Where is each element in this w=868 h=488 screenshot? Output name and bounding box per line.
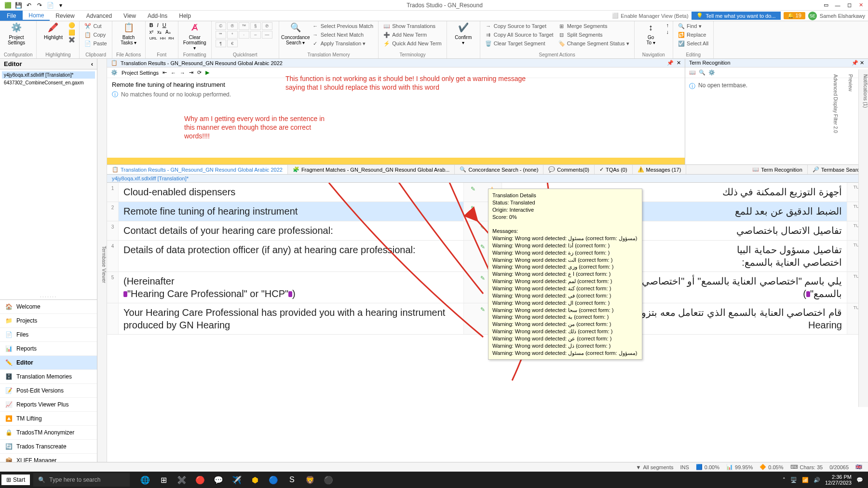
segment-row[interactable]: 5 (Hereinafter "Hearing Care Professiona… [107, 272, 868, 303]
document-tab[interactable]: y4jy8oqa.xlf.sdlxliff [Translation]* [107, 175, 868, 183]
subscript-button[interactable]: x₂ [157, 29, 162, 35]
nav-up-icon[interactable]: ↑ [666, 22, 669, 28]
start-button[interactable]: ⊞ Start [1, 474, 30, 485]
batch-tasks-button[interactable]: 📋Batch Tasks ▾ [116, 22, 141, 45]
clear-target-button[interactable]: 🗑️Clear Target Segment [484, 40, 555, 47]
close-icon[interactable]: ✕ [855, 1, 866, 10]
notif-badge[interactable]: 🔔 19 [784, 12, 805, 19]
qi-euro[interactable]: € [227, 40, 238, 47]
merge-segments-button[interactable]: ⊞Merge Segments [557, 22, 630, 30]
segment-source[interactable]: Your Hearing Care Professional has provi… [119, 303, 463, 334]
hh-button[interactable]: HH [160, 36, 166, 41]
pin-icon[interactable]: 📌 [852, 60, 858, 66]
italic-button[interactable]: I [157, 22, 159, 28]
file-item[interactable]: y4jy8oqa.xlf.sdlxliff [Translation]* [2, 71, 95, 79]
term-icon-3[interactable]: ⚙️ [708, 69, 715, 76]
nav-prev-icon[interactable]: ← [171, 70, 176, 76]
copy-button[interactable]: 📋Copy [83, 31, 108, 39]
doc-icon[interactable]: 📄 [46, 1, 54, 9]
minimize-icon[interactable]: — [832, 1, 843, 10]
split-segments-button[interactable]: ⊟Split Segments [557, 31, 630, 39]
concordance-button[interactable]: 🔍Concordance Search ▾ [283, 22, 308, 45]
play-icon[interactable]: ▶ [205, 69, 209, 76]
segment-source[interactable]: Details of data protection officer (if a… [119, 241, 463, 271]
tellme-search[interactable]: 💡Tell me what you want to do... [692, 12, 781, 20]
taskbar-search[interactable]: 🔍 Type here to search [33, 473, 130, 487]
underline-button[interactable]: U [163, 22, 166, 28]
app-icon-1[interactable]: 🌐 [139, 474, 151, 486]
enable-manager-toggle[interactable]: ⬜Enable Manager View (Beta) [612, 13, 688, 19]
project-settings-link[interactable]: Project Settings [122, 70, 159, 76]
apply-translation-button[interactable]: ✓Apply Translation ▾ [311, 40, 374, 47]
change-status-button[interactable]: 🏷️Change Segment Status ▾ [557, 40, 630, 47]
select-all-button[interactable]: ☑️Select All [677, 40, 709, 47]
smallcaps-button[interactable]: Aₐ [165, 29, 171, 35]
notifications-icon[interactable]: 💬 [856, 477, 863, 483]
clear-formatting-button[interactable]: A̸Clear Formatting ▾ [182, 22, 207, 51]
goto-button[interactable]: ↕Go To ▾ [638, 22, 664, 45]
segment-row[interactable]: 2 Remote fine tuning of hearing instrume… [107, 202, 868, 221]
preview-tab[interactable]: Preview [848, 74, 853, 407]
filter-tab[interactable]: Advanced Display Filter 2.0 [833, 74, 838, 407]
nav-item-welcome[interactable]: 🏠Welcome [0, 300, 97, 314]
app-icon-6[interactable]: S [286, 474, 298, 486]
tab-addins[interactable]: Add-Ins [142, 11, 173, 21]
show-translations-button[interactable]: 📖Show Translations [382, 22, 443, 30]
close-panel-icon[interactable]: ✕ [677, 60, 681, 66]
app-icon-3[interactable]: 💬 [213, 474, 224, 486]
qi-section[interactable]: § [250, 22, 261, 30]
highlight-clear-icon[interactable]: ✖️ [68, 37, 75, 43]
confirm-button[interactable]: ✔️Confirm ▾ [451, 22, 476, 45]
segment-source[interactable]: Remote fine tuning of hearing instrument [119, 202, 463, 221]
qi-tm[interactable]: ™ [239, 22, 249, 30]
nav-item-files[interactable]: 📄Files [0, 328, 97, 342]
copy-all-src-button[interactable]: ⇉Copy All Source to Target [484, 31, 555, 39]
segment-grid[interactable]: Translation DetailsStatus: TranslatedOri… [107, 183, 868, 468]
nav-first-icon[interactable]: ⇤ [163, 69, 167, 76]
segment-source[interactable]: Cloud-enabled dispensers [119, 183, 463, 202]
next-match-button[interactable]: →Select Next Match [311, 31, 374, 39]
term-icon-1[interactable]: 📖 [689, 69, 696, 76]
nav-item-translation-memories[interactable]: 🗄️Translation Memories [0, 370, 97, 384]
nav-last-icon[interactable]: ⇥ [189, 69, 193, 76]
segment-source[interactable]: (Hereinafter "Hearing Care Professional"… [119, 272, 463, 303]
pin-icon[interactable]: 📌 [667, 60, 674, 66]
rh-button[interactable]: RH [168, 36, 174, 41]
cut-button[interactable]: ✂️Cut [83, 22, 108, 30]
nav-item-tm-lifting[interactable]: 🔼TM Lifting [0, 412, 97, 426]
app-icon-7[interactable]: 🦁 [304, 474, 316, 486]
maximize-icon[interactable]: ◻ [844, 1, 854, 10]
results-tab[interactable]: ✓TQAs (0) [595, 165, 633, 174]
nav-item-tradostm-anonymizer[interactable]: 🔒TradosTM Anonymizer [0, 426, 97, 440]
close-panel-icon[interactable]: ✕ [860, 60, 864, 66]
segment-row[interactable]: 4 Details of data protection officer (if… [107, 241, 868, 272]
tab-file[interactable]: File [0, 11, 23, 21]
file-item[interactable]: 6437302_CombineConsent_en.gaxm [2, 79, 95, 86]
qi-dot[interactable]: · [239, 31, 249, 39]
highlight-alt-icon[interactable]: 🟨 [68, 29, 75, 36]
lang-flag[interactable]: 🇬🇧 [855, 464, 862, 470]
refresh-icon[interactable]: ⟳ [197, 69, 202, 76]
results-tab[interactable]: ⚠️Messages (17) [633, 165, 687, 174]
highlight-button[interactable]: 🖍️Highlight [41, 22, 66, 40]
nav-down-icon[interactable]: ↓ [666, 29, 669, 35]
nav-item-projects[interactable]: 📁Projects [0, 314, 97, 328]
paste-button[interactable]: 📄Paste [83, 40, 108, 47]
find-button[interactable]: 🔍Find ▾ [677, 22, 709, 30]
tab-help[interactable]: Help [173, 11, 197, 21]
notifications-tab[interactable]: Notifications (1) [863, 74, 868, 407]
qi-reg[interactable]: ® [227, 22, 238, 30]
results-tab[interactable]: 🔍Concordance Search - (none) [455, 165, 543, 174]
undo-icon[interactable]: ↶ [25, 1, 33, 9]
segment-row[interactable]: 1 Cloud-enabled dispensers ✎⚠ أجهزة التو… [107, 183, 868, 202]
qi-ndash[interactable]: – [250, 31, 261, 39]
tab-home[interactable]: Home [23, 11, 50, 21]
qi-mdash[interactable]: — [262, 31, 272, 39]
add-term-button[interactable]: ➕Add New Term [382, 31, 443, 39]
qi-pilcrow[interactable]: ¶ [216, 40, 226, 47]
results-tab[interactable]: 📋Translation Results - GN_Resound_GN Res… [107, 165, 288, 174]
ribbon-opts-icon[interactable]: ▭ [821, 1, 831, 10]
wifi-icon[interactable]: 📶 [802, 477, 809, 483]
app-icon-2[interactable]: ✖️ [176, 474, 188, 486]
superscript-button[interactable]: x² [149, 29, 153, 35]
